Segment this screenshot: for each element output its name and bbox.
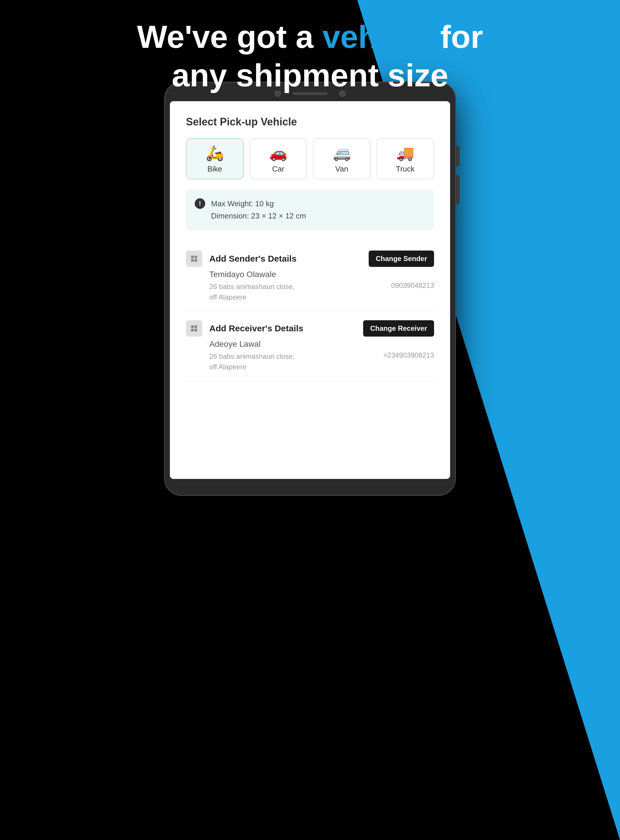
tablet-screen: Select Pick-up Vehicle 🛵 Bike 🚗 Car 🚐 Va…	[170, 101, 450, 479]
sender-header: Add Sender's Details Change Sender	[209, 250, 434, 267]
svg-rect-2	[191, 259, 194, 262]
info-text: Max Weight: 10 kg Dimension: 23 × 12 × 1…	[211, 198, 306, 222]
change-receiver-button[interactable]: Change Receiver	[363, 320, 434, 337]
vehicle-card-bike[interactable]: 🛵 Bike	[186, 138, 244, 179]
header-line1-text: We've got a	[137, 19, 322, 54]
van-label: Van	[336, 165, 348, 174]
svg-rect-7	[194, 329, 197, 332]
section-title: Select Pick-up Vehicle	[186, 116, 434, 128]
svg-rect-1	[194, 256, 197, 258]
sender-phone: 09039048213	[391, 282, 434, 290]
receiver-address: 26 babs animashaun close, off Alapeere	[209, 351, 303, 372]
sender-heading: Add Sender's Details	[209, 254, 296, 264]
change-sender-button[interactable]: Change Sender	[369, 250, 434, 267]
max-weight-text: Max Weight: 10 kg	[211, 198, 306, 210]
sender-name: Temidayo Olawale	[209, 270, 434, 279]
receiver-header: Add Receiver's Details Change Receiver	[209, 320, 434, 337]
truck-label: Truck	[396, 165, 414, 174]
vehicle-card-truck[interactable]: 🚚 Truck	[376, 138, 434, 179]
truck-icon: 🚚	[396, 146, 414, 160]
sender-details-card: Add Sender's Details Change Sender Temid…	[186, 242, 434, 312]
tablet-outer: Select Pick-up Vehicle 🛵 Bike 🚗 Car 🚐 Va…	[164, 82, 456, 496]
tablet-side-button-1	[456, 146, 459, 166]
receiver-heading: Add Receiver's Details	[209, 324, 303, 333]
vehicle-options: 🛵 Bike 🚗 Car 🚐 Van 🚚 Truck	[186, 138, 434, 179]
van-icon: 🚐	[333, 146, 351, 160]
sender-address: 26 babs animashaun close, off Alapeere	[209, 282, 303, 303]
car-label: Car	[272, 165, 284, 174]
tablet-wrapper: Select Pick-up Vehicle 🛵 Bike 🚗 Car 🚐 Va…	[164, 82, 456, 496]
header-line1-end: for	[432, 19, 483, 54]
vehicle-info-box: ! Max Weight: 10 kg Dimension: 23 × 12 ×…	[186, 190, 434, 230]
receiver-name: Adeoye Lawal	[209, 339, 434, 349]
receiver-phone: +234903908213	[383, 351, 434, 359]
sender-building-icon	[186, 250, 202, 267]
header-highlight-text: vehicle	[322, 19, 432, 54]
receiver-building-icon	[186, 320, 202, 337]
car-icon: 🚗	[269, 146, 287, 160]
receiver-row: 26 babs animashaun close, off Alapeere +…	[209, 351, 434, 372]
info-icon: !	[195, 198, 205, 209]
sender-content: Add Sender's Details Change Sender Temid…	[209, 250, 434, 303]
bike-label: Bike	[207, 165, 222, 174]
sender-row: 26 babs animashaun close, off Alapeere 0…	[209, 282, 434, 303]
vehicle-card-van[interactable]: 🚐 Van	[313, 138, 371, 179]
receiver-content: Add Receiver's Details Change Receiver A…	[209, 320, 434, 372]
svg-rect-4	[191, 326, 194, 328]
svg-rect-6	[191, 329, 194, 332]
svg-rect-3	[194, 259, 197, 262]
header-section: We've got a vehicle for any shipment siz…	[0, 18, 620, 94]
svg-rect-5	[194, 326, 197, 328]
header-title: We've got a vehicle for any shipment siz…	[0, 18, 620, 94]
receiver-details-card: Add Receiver's Details Change Receiver A…	[186, 312, 434, 381]
svg-rect-0	[191, 256, 194, 258]
vehicle-card-car[interactable]: 🚗 Car	[250, 138, 307, 179]
header-line2-text: any shipment size	[172, 57, 448, 93]
bike-icon: 🛵	[206, 146, 224, 160]
dimension-text: Dimension: 23 × 12 × 12 cm	[211, 210, 306, 222]
tablet-side-button-2	[456, 175, 459, 204]
